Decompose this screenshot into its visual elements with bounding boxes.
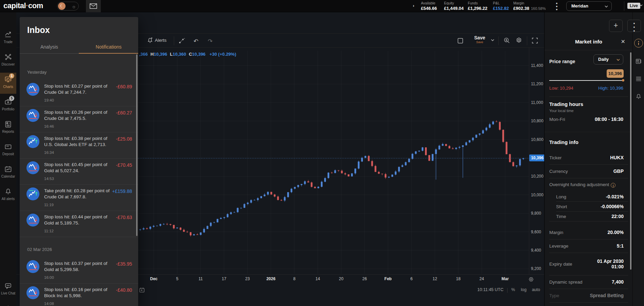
price-tick-label: 10,600 [531, 137, 544, 142]
sidebar-item-label: Discover [0, 62, 16, 66]
log-scale-button[interactable]: log [521, 287, 527, 292]
undo-icon[interactable]: ↶ [194, 38, 198, 45]
tab-analysis[interactable]: Analysis [20, 44, 79, 54]
notification-item[interactable]: Stop loss hit: £0.26 per point of Crude … [20, 106, 138, 132]
alerts-bell-icon[interactable] [635, 93, 642, 100]
time-tick-label: 18 [448, 276, 468, 281]
live-badge[interactable]: Live [627, 3, 640, 9]
notification-list: YesterdayStop loss hit: £0.27 per point … [20, 65, 138, 306]
legend-value: 10,360 [172, 52, 186, 57]
topbar: capital·com ☾ ☼ › Available£546.66Equity… [0, 0, 644, 12]
sidebar-item-trade[interactable]: Trade [0, 28, 16, 49]
sidebar-item-reports[interactable]: Reports [0, 118, 16, 139]
trading-hours-subtitle: Your local time [549, 109, 574, 113]
info-row-value: GBP [613, 168, 624, 174]
stat-margin: Margin£902.38160.58% [513, 1, 546, 11]
live-chevron-icon[interactable] [640, 4, 643, 6]
theme-toggle[interactable]: ☾ ☼ [57, 2, 79, 11]
info-row-label: Type [549, 293, 559, 298]
tab-notifications[interactable]: Notifications [79, 44, 138, 54]
chat-icon [4, 282, 12, 290]
price-tick-label: 11,400 [531, 63, 543, 68]
section-divider [549, 96, 628, 97]
alerts-bell-icon[interactable] [147, 37, 153, 44]
time-tick-label: 17 [214, 276, 234, 281]
go-to-date-icon[interactable] [139, 287, 145, 293]
notification-title: Stop loss hit: £0.27 per point of Crude … [44, 83, 111, 95]
price-range-period-select[interactable]: Daily [593, 54, 623, 65]
info-row-overnight-funding-adjustment: Overnight funding adjustmenti [545, 178, 632, 192]
reports-icon [4, 121, 12, 128]
inbox-panel: Inbox Analysis Notifications YesterdaySt… [20, 17, 138, 306]
sidebar-item-label: Charts [0, 85, 16, 89]
notification-item[interactable]: Stop loss hit: £0.44 per point of Gold a… [20, 211, 138, 237]
market-panel-scrollbar[interactable] [630, 52, 631, 270]
list-icon[interactable] [635, 75, 642, 82]
notification-item[interactable]: Take profit hit: £0.28 per point of Crud… [20, 185, 138, 211]
inbox-scrollbar[interactable] [136, 54, 137, 236]
notification-item[interactable]: Stop loss hit: £0.38 per point of U.S. G… [20, 132, 138, 159]
alerts-button[interactable]: Alerts [155, 38, 167, 43]
row-divider [549, 221, 628, 221]
close-icon[interactable]: ✕ [621, 38, 625, 45]
gear-icon [4, 305, 12, 306]
account-select[interactable]: Meridan [566, 1, 612, 11]
capital-logo[interactable]: capital·com [3, 1, 43, 10]
info-row-value: 01 Apr 203001:00 [597, 258, 624, 269]
chart-settings-icon[interactable] [515, 37, 522, 44]
layout-square-icon[interactable] [457, 38, 463, 44]
collapse-stats-chevron-icon[interactable]: › [413, 3, 414, 8]
sidebar-item-charts[interactable]: Charts1 [0, 73, 16, 94]
sidebar-item-calendar[interactable]: Calendar [0, 162, 16, 183]
notification-item[interactable]: Stop loss hit: £0.45 per point of Gold a… [20, 159, 138, 185]
info-row-label: Overnight funding adjustmenti [549, 182, 615, 188]
price-tick-label: 10,000 [531, 193, 544, 197]
sidebar-item-portfolio[interactable]: Portfolio5 [0, 95, 16, 116]
info-row-label: Margin [549, 230, 563, 235]
notification-time: 16:00 [44, 275, 54, 280]
info-row-long: Long-0.021% [545, 192, 632, 201]
time-tick-label: 20 [331, 276, 351, 281]
info-row-expiry-date: Expiry date01 Apr 203001:00 [545, 253, 632, 275]
percent-scale-button[interactable]: % [511, 287, 515, 292]
redo-icon[interactable]: ↷ [208, 38, 213, 45]
trading-hours-days: Mon-Fri [549, 117, 565, 122]
market-info-icon[interactable] [634, 39, 643, 48]
mail-button[interactable] [86, 0, 101, 12]
notification-item[interactable]: Stop loss hit: £0.16 per point of Block … [20, 284, 138, 306]
auto-scale-button[interactable]: auto [532, 287, 540, 292]
notification-item[interactable]: Stop loss hit: £0.27 per point of Crude … [20, 80, 138, 106]
fullscreen-icon[interactable] [532, 37, 538, 44]
info-row-label: Long [556, 194, 566, 199]
sidebar-item-deposit[interactable]: Deposit [0, 140, 16, 161]
notification-title: Stop loss hit: £0.37 per point of Gold a… [44, 260, 111, 273]
add-chart-button[interactable]: + [609, 20, 623, 32]
save-button[interactable]: Save Save [471, 35, 488, 44]
info-row-type: TypeSpread Betting [545, 289, 632, 302]
quick-search-icon[interactable] [503, 37, 510, 44]
stat-value: £902.38160.58% [513, 6, 546, 11]
axis-settings-hexagon-icon[interactable] [528, 276, 534, 282]
price-tick-label: 9,400 [531, 248, 541, 253]
account-menu-icon[interactable]: ••• [555, 2, 559, 11]
chart-clock[interactable]: 10:11:45 UTC [477, 287, 503, 292]
save-dropdown-chevron-icon[interactable] [491, 39, 494, 41]
sidebar-item-live-chat[interactable]: Live Chat [0, 279, 16, 300]
sidebar-item-settings[interactable]: Settings [0, 302, 16, 306]
info-icon[interactable]: i [611, 183, 615, 188]
deposit-icon [4, 143, 12, 150]
chart-pane-menu-icon[interactable]: ••• [627, 20, 641, 32]
news-icon[interactable] [635, 58, 642, 65]
time-tick-label: 26 [354, 276, 375, 281]
sidebar-item-all-alerts[interactable]: All alerts [0, 185, 16, 206]
sidebar-item-label: Live Chat [0, 291, 16, 295]
tab-underline-active [79, 53, 138, 54]
sidebar-item-discover[interactable]: Discover [0, 50, 16, 71]
price-tick-label: 11,000 [531, 100, 543, 105]
curve-tool-icon[interactable] [179, 37, 186, 44]
sidebar-item-label: All alerts [0, 197, 16, 201]
notification-item[interactable]: Stop loss hit: £0.37 per point of Gold a… [20, 257, 138, 284]
price-range-handle[interactable] [622, 79, 624, 82]
price-range-track[interactable] [549, 80, 624, 81]
trading-hours-title: Trading hours [549, 101, 583, 107]
